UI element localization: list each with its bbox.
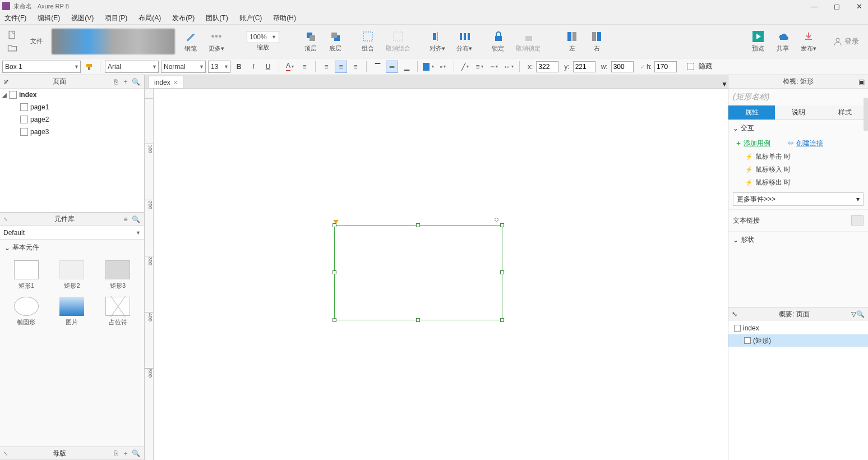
italic-btn[interactable]: I — [247, 61, 260, 73]
w-input[interactable] — [611, 61, 634, 72]
page-tree-item[interactable]: page2 — [0, 113, 144, 126]
widget-item[interactable]: 椭圆形 — [4, 295, 48, 329]
page-tree-item[interactable]: page3 — [0, 126, 144, 138]
shape-section-header[interactable]: ⌄形状 — [728, 231, 868, 248]
resize-handle-n[interactable] — [416, 223, 420, 227]
interaction-section-header[interactable]: ⌄交互 — [728, 120, 868, 136]
menu-project[interactable]: 项目(P) — [101, 12, 131, 24]
bullets-btn[interactable]: ≡ — [298, 61, 311, 73]
selected-shape[interactable] — [334, 225, 502, 320]
resize-handle-e[interactable] — [500, 270, 504, 274]
resize-handle-ne[interactable] — [500, 223, 504, 227]
x-input[interactable] — [536, 61, 558, 72]
widget-item[interactable]: 矩形3 — [96, 258, 140, 292]
line-color-btn[interactable]: ╱ — [459, 61, 471, 73]
tab-notes[interactable]: 说明 — [775, 105, 821, 119]
distribute-btn[interactable]: 分布▾ — [456, 30, 472, 53]
search-icon[interactable]: 🔍 — [131, 449, 141, 457]
maximize-button[interactable]: ◻ — [830, 2, 843, 11]
tab-overflow-icon[interactable]: ▼ — [721, 80, 728, 88]
hidden-checkbox[interactable] — [687, 63, 694, 70]
canvas[interactable] — [154, 99, 728, 460]
ruler-vertical[interactable]: 100200300400500 — [145, 99, 154, 460]
underline-btn[interactable]: U — [262, 61, 274, 73]
line-width-btn[interactable]: ≡ — [473, 61, 486, 73]
collapse-icon[interactable]: ⤡ — [732, 310, 737, 318]
align-right-btn[interactable]: ≡ — [349, 61, 362, 73]
add-page-icon[interactable]: ＋ — [121, 77, 131, 86]
y-input[interactable] — [573, 61, 595, 72]
open-file-icon[interactable] — [7, 42, 18, 53]
close-button[interactable]: ✕ — [852, 2, 866, 11]
collapse-icon[interactable]: ⤡ — [3, 450, 8, 457]
minimize-button[interactable]: — — [807, 2, 821, 11]
library-menu-icon[interactable]: ≡ — [121, 215, 131, 223]
size-select[interactable]: 13▼ — [208, 61, 230, 73]
resize-handle-sw[interactable] — [333, 318, 336, 322]
resize-handle-w[interactable] — [333, 270, 336, 274]
align-btn[interactable]: 对齐▾ — [430, 30, 445, 53]
login-button[interactable]: 登录 — [833, 36, 859, 47]
outline-shape-item[interactable]: (矩形) — [728, 334, 868, 347]
font-select[interactable]: Arial▼ — [105, 61, 159, 73]
menu-account[interactable]: 账户(C) — [236, 12, 266, 24]
preview-btn[interactable]: 预览 — [751, 30, 765, 53]
library-category[interactable]: ⌄基本元件 — [0, 240, 144, 256]
share-btn[interactable]: 共享 — [776, 30, 789, 53]
left-align-btn[interactable]: 左 — [565, 30, 579, 53]
align-left-btn[interactable]: ≡ — [320, 61, 333, 73]
bring-top[interactable]: 顶层 — [304, 30, 317, 53]
valign-middle-btn[interactable]: ═ — [386, 61, 398, 73]
text-color-btn[interactable]: A — [284, 61, 296, 73]
align-center-btn[interactable]: ≡ — [335, 61, 347, 73]
right-align-btn[interactable]: 右 — [590, 30, 603, 53]
new-file-icon[interactable] — [7, 30, 18, 41]
h-input[interactable] — [654, 61, 677, 72]
group-btn[interactable]: 组合 — [361, 30, 375, 53]
bold-btn[interactable]: B — [233, 61, 245, 73]
more-events-select[interactable]: 更多事件>>>▾ — [733, 192, 864, 206]
page-tree-item[interactable]: page1 — [0, 101, 144, 113]
search-icon[interactable]: 🔍 — [856, 310, 865, 318]
fill-color-btn[interactable] — [422, 61, 435, 73]
add-master-icon[interactable]: ＋ — [121, 449, 131, 458]
collapse-icon[interactable]: ⤢ — [3, 78, 9, 86]
menu-edit[interactable]: 编辑(E) — [34, 12, 63, 24]
zoom-select[interactable]: 100%▼ — [247, 31, 279, 43]
menu-view[interactable]: 视图(V) — [68, 12, 97, 24]
menu-file[interactable]: 文件(F) — [1, 12, 30, 24]
menu-arrange[interactable]: 布局(A) — [135, 12, 164, 24]
arrow-style-btn[interactable]: ↔ — [502, 61, 515, 73]
search-icon[interactable]: 🔍 — [131, 78, 141, 86]
event-item[interactable]: ⚡鼠标移出 时 — [728, 176, 868, 189]
event-item[interactable]: ⚡鼠标移入 时 — [728, 163, 868, 176]
page-tree-root[interactable]: ◢ index — [0, 89, 144, 101]
menu-publish[interactable]: 发布(P) — [169, 12, 198, 24]
pen-tool[interactable]: 钢笔 — [184, 30, 197, 53]
add-folder-icon[interactable]: ⎘ — [110, 78, 121, 86]
menu-team[interactable]: 团队(T) — [202, 12, 231, 24]
text-link-button[interactable] — [851, 215, 864, 226]
widget-item[interactable]: 矩形2 — [50, 258, 94, 292]
tab-properties[interactable]: 属性 — [728, 105, 775, 119]
popout-icon[interactable]: ▣ — [858, 78, 865, 86]
add-folder-icon[interactable]: ⎘ — [110, 449, 121, 457]
widget-item[interactable]: 占位符 — [96, 295, 140, 329]
library-select[interactable]: Default▼ — [0, 226, 144, 240]
style-preset-select[interactable]: Box 1▼ — [2, 61, 81, 73]
more-tool[interactable]: •••更多▾ — [209, 30, 224, 53]
filter-icon[interactable]: ▽ — [851, 310, 856, 318]
shape-name-input[interactable]: (矩形名称) — [728, 89, 868, 105]
ungroup-btn[interactable]: 取消组合 — [386, 30, 410, 53]
lock-btn[interactable]: 锁定 — [491, 30, 505, 53]
valign-top-btn[interactable]: ▔ — [371, 61, 384, 73]
resize-handle-s[interactable] — [416, 318, 420, 322]
valign-bottom-btn[interactable]: ▁ — [400, 61, 413, 73]
resize-handle-se[interactable] — [500, 318, 504, 322]
line-style-btn[interactable]: ┄ — [488, 61, 500, 73]
widget-item[interactable]: 图片 — [50, 295, 94, 329]
rotate-handle[interactable] — [495, 218, 498, 222]
send-bottom[interactable]: 底层 — [329, 30, 342, 53]
publish-btn[interactable]: 发布▾ — [801, 30, 816, 53]
close-icon[interactable]: × — [174, 79, 177, 86]
